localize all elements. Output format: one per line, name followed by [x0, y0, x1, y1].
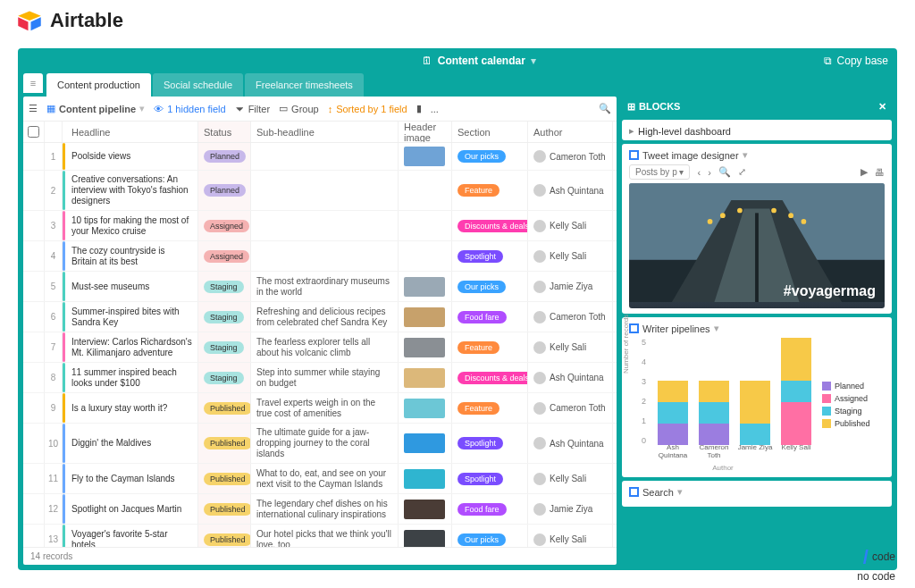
copy-base-button[interactable]: Copy base	[837, 55, 888, 67]
cell-headline[interactable]: Poolside views	[66, 143, 198, 170]
cell-image[interactable]	[399, 143, 452, 170]
cell-section[interactable]: Feature	[452, 332, 528, 362]
col-section[interactable]: Section	[452, 122, 528, 142]
color-button[interactable]: ▮	[416, 103, 422, 114]
cell-subheadline[interactable]: Travel experts weigh in on the true cost…	[251, 393, 399, 423]
table-row[interactable]: 11Fly to the Cayman IslandsPublishedWhat…	[23, 464, 617, 494]
cell-section[interactable]: Feature	[452, 171, 528, 210]
posts-dropdown[interactable]: Posts by p ▾	[629, 164, 690, 180]
base-title[interactable]: Content calendar	[438, 55, 525, 67]
cell-section[interactable]: Food fare	[452, 494, 528, 524]
dashboard-title[interactable]: High-level dashboard	[638, 126, 731, 137]
close-icon[interactable]: ✕	[878, 101, 886, 113]
cell-subheadline[interactable]: What to do, eat, and see on your next vi…	[251, 464, 399, 493]
table-row[interactable]: 12Spotlight on Jacques MartinPublishedTh…	[23, 494, 617, 525]
cell-author[interactable]: Kelly Sali	[528, 241, 613, 271]
history-button[interactable]: ≡	[23, 73, 43, 93]
cell-image[interactable]	[399, 424, 452, 463]
cell-subheadline[interactable]: The fearless explorer tells all about hi…	[251, 332, 399, 362]
cell-status[interactable]: Planned	[198, 143, 251, 170]
table-row[interactable]: 7Interview: Carlos Richardson's Mt. Kili…	[23, 332, 617, 363]
col-status[interactable]: Status	[198, 122, 251, 142]
cell-subheadline[interactable]: Our hotel picks that we think you'll lov…	[251, 525, 399, 547]
cell-headline[interactable]: Voyager's favorite 5-star hotels	[66, 525, 198, 547]
cell-section[interactable]: Spotlight	[452, 424, 528, 463]
cell-headline[interactable]: Diggin' the Maldives	[66, 424, 198, 463]
table-row[interactable]: 13Voyager's favorite 5-star hotelsPublis…	[23, 525, 617, 547]
cell-status[interactable]: Published	[198, 393, 251, 423]
expand-views-icon[interactable]: ☰	[29, 103, 38, 114]
cell-subheadline[interactable]	[251, 143, 399, 170]
stacked-bar-chart[interactable]: Number of records 543210 Ash QuintanaCam…	[629, 338, 817, 472]
cell-headline[interactable]: Must-see museums	[66, 272, 198, 301]
cell-subheadline[interactable]	[251, 171, 399, 210]
sort-button[interactable]: ↕ Sorted by 1 field	[328, 104, 407, 114]
cell-status[interactable]: Published	[198, 494, 251, 524]
filter-button[interactable]: ⏷ Filter	[235, 104, 270, 114]
table-row[interactable]: 310 tips for making the most of your Mex…	[23, 211, 617, 241]
hidden-fields-button[interactable]: 👁 1 hidden field	[154, 104, 225, 114]
col-subheadline[interactable]: Sub-headline	[251, 122, 399, 142]
search-icon[interactable]: 🔍	[599, 103, 611, 114]
cell-subheadline[interactable]: The ultimate guide for a jaw-dropping jo…	[251, 424, 399, 463]
tab-content-production[interactable]: Content production	[46, 73, 151, 97]
chevron-down-icon[interactable]: ▾	[531, 55, 536, 67]
cell-image[interactable]	[399, 302, 452, 332]
cell-image[interactable]	[399, 464, 452, 493]
table-row[interactable]: 9Is a luxury stay worth it?PublishedTrav…	[23, 393, 617, 424]
expand-icon[interactable]: ⤢	[738, 166, 746, 178]
cell-author[interactable]: Jamie Ziya	[528, 494, 613, 524]
table-row[interactable]: 10Diggin' the MaldivesPublishedThe ultim…	[23, 424, 617, 464]
tab-social-schedule[interactable]: Social schedule	[153, 73, 243, 97]
table-row[interactable]: 6Summer-inspired bites with Sandra KeySt…	[23, 302, 617, 332]
cell-status[interactable]: Assigned	[198, 241, 251, 271]
cell-author[interactable]: Cameron Toth	[528, 302, 613, 332]
cell-headline[interactable]: The cozy countryside is Britain at its b…	[66, 241, 198, 271]
cell-author[interactable]: Cameron Toth	[528, 143, 613, 170]
more-button[interactable]: ...	[431, 104, 439, 114]
cell-status[interactable]: Published	[198, 525, 251, 547]
cell-image[interactable]	[399, 494, 452, 524]
cell-subheadline[interactable]: Step into summer while staying on budget	[251, 363, 399, 392]
cell-status[interactable]: Staging	[198, 332, 251, 362]
cell-status[interactable]: Staging	[198, 272, 251, 301]
cell-image[interactable]	[399, 241, 452, 271]
view-switcher[interactable]: ▦ Content pipeline ▾	[46, 103, 145, 114]
cell-author[interactable]: Ash Quintana	[528, 171, 613, 210]
col-author[interactable]: Author	[528, 122, 613, 142]
cell-section[interactable]: Our picks	[452, 272, 528, 301]
zoom-icon[interactable]: 🔍	[718, 166, 731, 178]
cell-author[interactable]: Kelly Sali	[528, 464, 613, 493]
cell-status[interactable]: Published	[198, 424, 251, 463]
col-header-image[interactable]: Header image	[399, 122, 452, 142]
cell-image[interactable]	[399, 211, 452, 240]
print-icon[interactable]: 🖶	[875, 167, 885, 178]
prev-icon[interactable]: ‹	[697, 167, 701, 178]
cell-image[interactable]	[399, 393, 452, 423]
cell-image[interactable]	[399, 525, 452, 547]
tab-freelancer-timesheets[interactable]: Freelancer timesheets	[245, 73, 364, 97]
cell-status[interactable]: Staging	[198, 302, 251, 332]
cell-status[interactable]: Published	[198, 464, 251, 493]
cell-headline[interactable]: Interview: Carlos Richardson's Mt. Kilim…	[66, 332, 198, 362]
cell-author[interactable]: Jamie Ziya	[528, 272, 613, 301]
cell-subheadline[interactable]	[251, 211, 399, 240]
cell-headline[interactable]: Fly to the Cayman Islands	[66, 464, 198, 493]
table-row[interactable]: 811 summer inspired beach looks under $1…	[23, 363, 617, 393]
cell-author[interactable]: Cameron Toth	[528, 393, 613, 423]
cell-headline[interactable]: 10 tips for making the most of your Mexi…	[66, 211, 198, 240]
play-icon[interactable]: ▶	[860, 166, 868, 178]
group-button[interactable]: ▭ Group	[279, 103, 319, 114]
cell-section[interactable]: Feature	[452, 393, 528, 423]
cell-image[interactable]	[399, 363, 452, 392]
cell-section[interactable]: Spotlight	[452, 241, 528, 271]
cell-headline[interactable]: Creative conversations: An interview wit…	[66, 171, 198, 210]
cell-author[interactable]: Kelly Sali	[528, 525, 613, 547]
cell-author[interactable]: Ash Quintana	[528, 363, 613, 392]
cell-image[interactable]	[399, 272, 452, 301]
cell-section[interactable]: Discounts & deals	[452, 363, 528, 392]
table-row[interactable]: 4The cozy countryside is Britain at its …	[23, 241, 617, 272]
cell-image[interactable]	[399, 171, 452, 210]
next-icon[interactable]: ›	[708, 167, 711, 178]
cell-headline[interactable]: Spotlight on Jacques Martin	[66, 494, 198, 524]
